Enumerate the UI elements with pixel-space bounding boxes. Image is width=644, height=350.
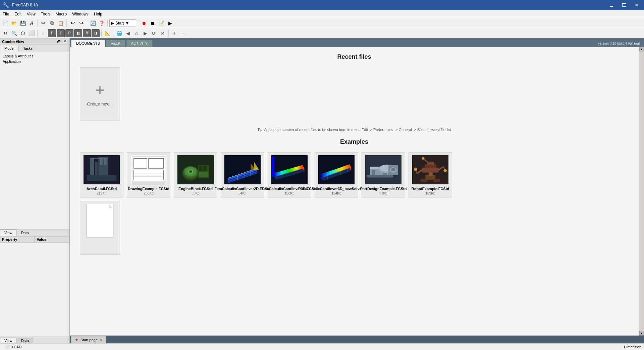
- example-drawing[interactable]: DrawingExample.FCStd 250Kb: [127, 152, 170, 198]
- help-button[interactable]: ❓: [98, 19, 106, 27]
- nav-home-button[interactable]: ⌂: [132, 29, 141, 37]
- example-engine[interactable]: EngineBlock.FCStd 65Kb: [174, 152, 217, 198]
- example-archdetail[interactable]: ArchDetail.FCStd 219Kb: [80, 152, 123, 198]
- nav-forward-button[interactable]: ▶: [141, 29, 149, 37]
- menu-tools[interactable]: Tools: [38, 10, 53, 18]
- undo-button[interactable]: ↩: [68, 19, 76, 27]
- svg-point-69: [391, 168, 396, 171]
- workbench-dropdown[interactable]: ▶ Start ▼: [109, 19, 136, 27]
- recent-files-grid: + Create new...: [80, 67, 629, 121]
- view-top-button[interactable]: T: [57, 29, 65, 37]
- bottom-tab-data[interactable]: Data: [17, 338, 33, 343]
- svg-rect-73: [422, 168, 438, 173]
- separator: [138, 20, 138, 27]
- fit-selection-button[interactable]: 🔍: [10, 29, 18, 37]
- separator: [37, 20, 38, 27]
- save-button[interactable]: 💾: [19, 19, 27, 27]
- refresh-button[interactable]: 🔄: [89, 19, 97, 27]
- menu-file[interactable]: File: [0, 10, 12, 18]
- separator: [37, 30, 38, 37]
- remove-bookmark-button[interactable]: −: [179, 29, 187, 37]
- maximize-button[interactable]: 🗖: [619, 2, 629, 8]
- combo-view-close-button[interactable]: ✕: [62, 39, 67, 44]
- svg-point-83: [422, 157, 424, 160]
- view-bottom-button[interactable]: B: [83, 29, 91, 37]
- menu-help[interactable]: Help: [91, 10, 105, 18]
- combo-view-float-button[interactable]: 🗗: [56, 39, 62, 44]
- example-drawing-thumb: [130, 155, 167, 185]
- example-fem3d-newsolver[interactable]: FemCalculixCantilever3D_newSolver.FCStd …: [315, 152, 358, 198]
- example-partdesign[interactable]: PartDesignExample.FCStd 37Kb: [362, 152, 405, 198]
- property-panel: View Data Property Value: [0, 229, 69, 337]
- svg-rect-84: [434, 179, 440, 182]
- title-bar-controls: 🗕 🗖 ✕: [606, 2, 641, 8]
- example-robot[interactable]: RobotExample.FCStd 189Kb: [409, 152, 452, 198]
- run-macro-button[interactable]: ▶: [166, 19, 174, 27]
- edit-macro-button[interactable]: 📝: [157, 19, 165, 27]
- svg-point-78: [414, 168, 417, 171]
- property-tab-data[interactable]: Data: [17, 229, 33, 236]
- example-fem3d-thumb: [271, 155, 308, 185]
- tab-tasks[interactable]: Tasks: [19, 45, 37, 52]
- start-page-close[interactable]: ✕: [100, 338, 102, 342]
- stop-record-button[interactable]: ⏹: [149, 19, 157, 27]
- globe-button[interactable]: 🌐: [115, 29, 123, 37]
- blank-file-card[interactable]: [80, 201, 120, 255]
- paste-button[interactable]: 📋: [57, 19, 65, 27]
- example-fem2d-thumb: [224, 155, 261, 185]
- view-right-button[interactable]: R: [65, 29, 73, 37]
- version-badge: version 0.18 build 4 (GitTag): [595, 40, 643, 47]
- svg-rect-4: [98, 157, 108, 175]
- app-title: FreeCAD 0.18: [12, 3, 38, 7]
- new-button[interactable]: 📄: [1, 19, 9, 27]
- menu-macro[interactable]: Macro: [53, 10, 69, 18]
- property-col-header: Property: [0, 236, 35, 243]
- start-page-tab[interactable]: ★ Start page ✕: [71, 336, 106, 343]
- property-tab-view[interactable]: View: [0, 229, 17, 236]
- menu-bar: File Edit View Tools Macro Windows Help: [0, 10, 644, 18]
- bottom-tab-view[interactable]: View: [0, 338, 17, 343]
- content-tabs: DOCUMENTS HELP ACTIVITY version 0.18 bui…: [70, 38, 644, 47]
- print-button[interactable]: 🖨: [28, 19, 36, 27]
- svg-rect-81: [427, 162, 434, 165]
- open-button[interactable]: 📂: [10, 19, 18, 27]
- redo-button[interactable]: ↪: [77, 19, 85, 27]
- tab-model[interactable]: Model: [0, 45, 19, 52]
- minimize-button[interactable]: 🗕: [606, 2, 616, 8]
- tab-documents[interactable]: DOCUMENTS: [71, 40, 105, 47]
- cut-button[interactable]: ✂: [39, 19, 47, 27]
- example-fem2d[interactable]: FemCalculixCantilever2D.FCStd 84Kb: [221, 152, 264, 198]
- tree-item-labels[interactable]: Labels & Attributes: [1, 53, 68, 59]
- fit-all-button[interactable]: ⊡: [1, 29, 9, 37]
- create-new-icon: +: [95, 82, 105, 98]
- menu-view[interactable]: View: [24, 10, 38, 18]
- perspective-button[interactable]: ⬜: [28, 29, 36, 37]
- create-new-card[interactable]: + Create new...: [80, 67, 120, 121]
- draw-style-button[interactable]: ⬡: [19, 29, 27, 37]
- stop-nav-button[interactable]: ✕: [159, 29, 167, 37]
- toolbar-main: 📄 📂 💾 🖨 ✂ ⧉ 📋 ↩ ↪ 🔄 ❓ ▶ Start ▼ ⏺ ⏹ 📝 ▶: [0, 18, 644, 28]
- scroll-up-button[interactable]: ▲: [639, 47, 644, 51]
- scroll-down-button[interactable]: ▼: [639, 331, 644, 336]
- view-left-button[interactable]: ◨: [92, 29, 100, 37]
- right-scrollbar[interactable]: ▲ ▼: [639, 47, 644, 336]
- view-rear-button[interactable]: ◧: [74, 29, 82, 37]
- example-partdesign-thumb: [365, 155, 402, 185]
- view-front-button[interactable]: F: [48, 29, 56, 37]
- close-button[interactable]: ✕: [632, 2, 641, 8]
- sync-button[interactable]: ⟳: [150, 29, 158, 37]
- tab-activity[interactable]: ACTIVITY: [126, 40, 153, 47]
- add-bookmark-button[interactable]: +: [170, 29, 178, 37]
- copy-button[interactable]: ⧉: [48, 19, 56, 27]
- record-button[interactable]: ⏺: [140, 19, 148, 27]
- menu-windows[interactable]: Windows: [69, 10, 91, 18]
- measure-button[interactable]: 📐: [103, 29, 111, 37]
- examples-grid: ArchDetail.FCStd 219Kb: [80, 152, 629, 198]
- nav-back-button[interactable]: ◀: [124, 29, 132, 37]
- menu-edit[interactable]: Edit: [12, 10, 24, 18]
- tab-help[interactable]: HELP: [106, 40, 125, 47]
- combo-view-tabs: Model Tasks: [0, 45, 69, 52]
- svg-rect-3: [87, 175, 116, 181]
- view-home-button[interactable]: ⌂: [39, 29, 47, 37]
- tree-item-application[interactable]: Application: [1, 59, 68, 64]
